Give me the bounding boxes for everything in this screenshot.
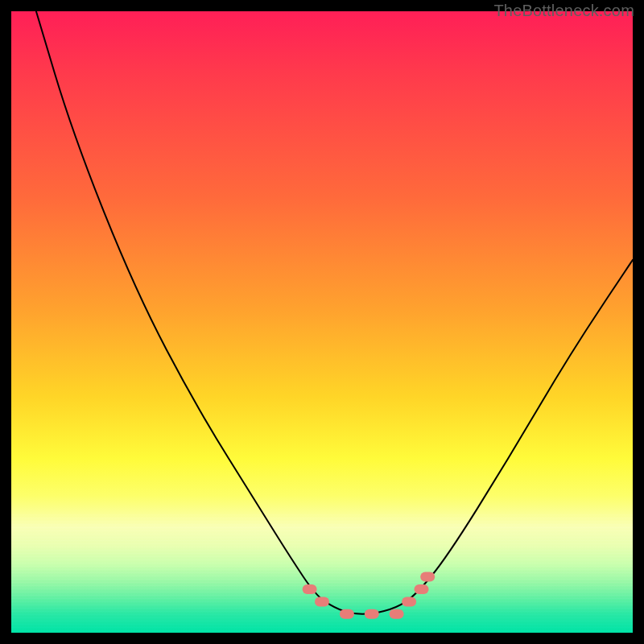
curve-marker: [415, 584, 429, 594]
bottleneck-curve: [36, 11, 633, 614]
curve-marker: [315, 597, 329, 606]
curve-marker: [390, 609, 404, 619]
curve-markers: [303, 572, 436, 619]
plot-area: [11, 11, 633, 633]
curve-marker: [365, 609, 379, 619]
curve-marker: [420, 572, 435, 582]
watermark-text: TheBottleneck.com: [493, 2, 634, 20]
chart-svg: [11, 11, 633, 633]
curve-marker: [340, 609, 354, 619]
curve-marker: [402, 597, 416, 606]
curve-marker: [303, 584, 317, 594]
